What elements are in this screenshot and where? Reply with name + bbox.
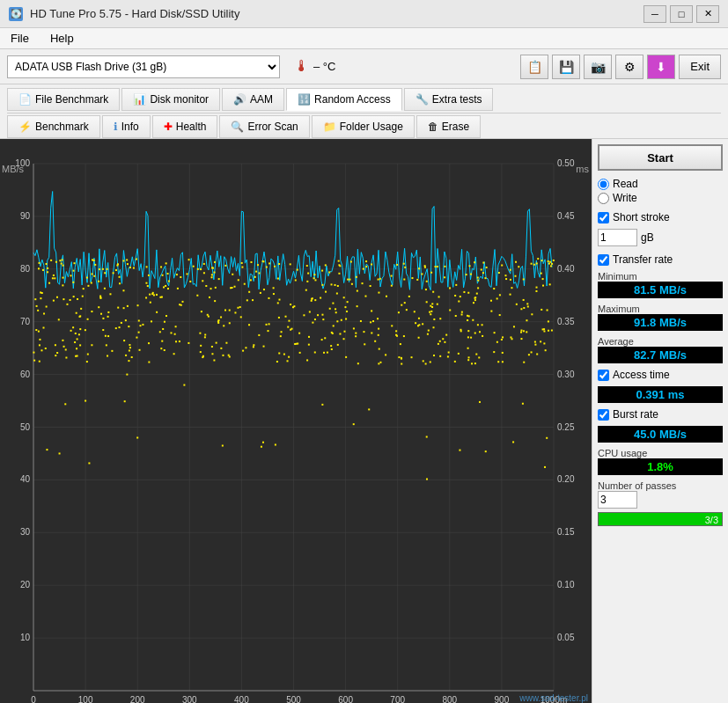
chart-area: www.ssd-tester.pl (0, 139, 592, 703)
passes-spinbox[interactable] (598, 491, 637, 509)
burst-rate-checkbox-label[interactable]: Burst rate (598, 408, 723, 421)
passes-label: Number of passes (598, 480, 723, 491)
progress-bar-fill (599, 513, 722, 525)
tab-folder-usage[interactable]: 📁 Folder Usage (312, 115, 415, 138)
average-value: 82.7 MB/s (598, 347, 723, 363)
error-scan-icon: 🔍 (231, 121, 244, 133)
menu-file[interactable]: File (7, 30, 33, 47)
progress-text: 3/3 (705, 513, 718, 527)
benchmark-chart (0, 146, 591, 703)
window-title: HD Tune Pro 5.75 - Hard Disk/SSD Utility (30, 7, 239, 20)
start-button[interactable]: Start (598, 144, 723, 171)
tab-aam[interactable]: 🔊 AAM (222, 88, 284, 111)
maximize-button[interactable]: □ (670, 5, 693, 23)
minimize-button[interactable]: ─ (643, 5, 666, 23)
right-panel: Start Read Write Short stroke gB Transfe… (592, 139, 728, 703)
toolbar-buttons: 📋 💾 📷 ⚙ ⬇ Exit (520, 55, 721, 79)
aam-icon: 🔊 (233, 93, 246, 106)
tab-erase[interactable]: 🗑 Erase (416, 115, 481, 138)
burst-rate-checkbox[interactable] (598, 409, 609, 421)
tab-error-scan[interactable]: 🔍 Error Scan (219, 115, 309, 138)
title-bar: 💽 HD Tune Pro 5.75 - Hard Disk/SSD Utili… (0, 0, 728, 28)
minimum-block: Minimum 81.5 MB/s (598, 271, 723, 298)
maximum-label: Maximum (598, 304, 723, 314)
transfer-rate-checkbox[interactable] (598, 254, 609, 266)
burst-rate-block: 45.0 MB/s (598, 426, 723, 443)
close-button[interactable]: ✕ (696, 5, 719, 23)
progress-bar: 3/3 (598, 512, 723, 526)
menu-bar: File Help (0, 28, 728, 49)
access-time-value: 0.391 ms (598, 386, 723, 403)
toolbar: ADATA USB Flash Drive (31 gB) 🌡 – °C 📋 💾… (0, 49, 728, 84)
gb-label: gB (641, 231, 654, 244)
extra-tests-icon: 🔧 (415, 93, 429, 106)
app-icon: 💽 (9, 7, 23, 21)
info-icon: ℹ (114, 121, 118, 133)
passes-block: Number of passes 3/3 (598, 480, 723, 526)
temperature-display: 🌡 – °C (294, 57, 335, 76)
benchmark-icon-btn[interactable]: 📋 (520, 55, 548, 79)
health-icon: ✚ (164, 121, 173, 133)
save-icon-btn[interactable]: 💾 (552, 55, 580, 79)
short-stroke-checkbox-label[interactable]: Short stroke (598, 211, 723, 223)
access-time-block: 0.391 ms (598, 386, 723, 403)
cpu-usage-value: 1.8% (598, 458, 723, 475)
write-radio-label[interactable]: Write (598, 192, 723, 204)
read-radio[interactable] (598, 179, 609, 190)
camera-icon-btn[interactable]: 📷 (584, 55, 612, 79)
menu-help[interactable]: Help (47, 30, 77, 47)
tab-health[interactable]: ✚ Health (152, 115, 218, 138)
read-radio-label[interactable]: Read (598, 178, 723, 190)
average-label: Average (598, 336, 723, 347)
minimum-label: Minimum (598, 271, 723, 282)
main-content: www.ssd-tester.pl Start Read Write Short… (0, 139, 728, 703)
maximum-block: Maximum 91.8 MB/s (598, 304, 723, 331)
read-write-group: Read Write (598, 178, 723, 204)
burst-rate-value: 45.0 MB/s (598, 426, 723, 443)
folder-usage-icon: 📁 (323, 121, 336, 133)
window-controls: ─ □ ✕ (643, 5, 719, 23)
tab-info[interactable]: ℹ Info (102, 115, 151, 138)
tab-disk-monitor[interactable]: 📊 Disk monitor (121, 88, 220, 111)
tab-bar: 📄 File Benchmark 📊 Disk monitor 🔊 AAM 🔢 … (0, 84, 728, 139)
tab-benchmark[interactable]: ⚡ Benchmark (7, 115, 100, 138)
disk-monitor-icon: 📊 (133, 93, 146, 106)
transfer-rate-checkbox-label[interactable]: Transfer rate (598, 253, 723, 266)
short-stroke-spinbox[interactable] (598, 229, 637, 246)
maximum-value: 91.8 MB/s (598, 314, 723, 331)
exit-button[interactable]: Exit (679, 55, 721, 79)
short-stroke-checkbox[interactable] (598, 212, 609, 223)
average-block: Average 82.7 MB/s (598, 336, 723, 363)
write-radio[interactable] (598, 193, 609, 204)
access-time-checkbox[interactable] (598, 370, 609, 381)
benchmark-icon: ⚡ (18, 121, 32, 133)
tab-extra-tests[interactable]: 🔧 Extra tests (404, 88, 494, 111)
download-icon-btn[interactable]: ⬇ (647, 55, 675, 79)
settings-icon-btn[interactable]: ⚙ (615, 55, 643, 79)
tab-random-access[interactable]: 🔢 Random Access (286, 88, 402, 111)
cpu-usage-label: CPU usage (598, 448, 723, 458)
tab-file-benchmark[interactable]: 📄 File Benchmark (7, 88, 120, 111)
random-access-icon: 🔢 (298, 93, 311, 106)
file-benchmark-icon: 📄 (18, 93, 32, 106)
thermometer-icon: 🌡 (294, 57, 310, 76)
cpu-usage-block: CPU usage 1.8% (598, 448, 723, 475)
access-time-checkbox-label[interactable]: Access time (598, 369, 723, 381)
minimum-value: 81.5 MB/s (598, 282, 723, 298)
device-select[interactable]: ADATA USB Flash Drive (31 gB) (7, 55, 280, 78)
erase-icon: 🗑 (428, 121, 438, 133)
watermark: www.ssd-tester.pl (519, 693, 588, 703)
short-stroke-spinbox-row: gB (598, 229, 723, 246)
temperature-value: – °C (313, 60, 335, 73)
